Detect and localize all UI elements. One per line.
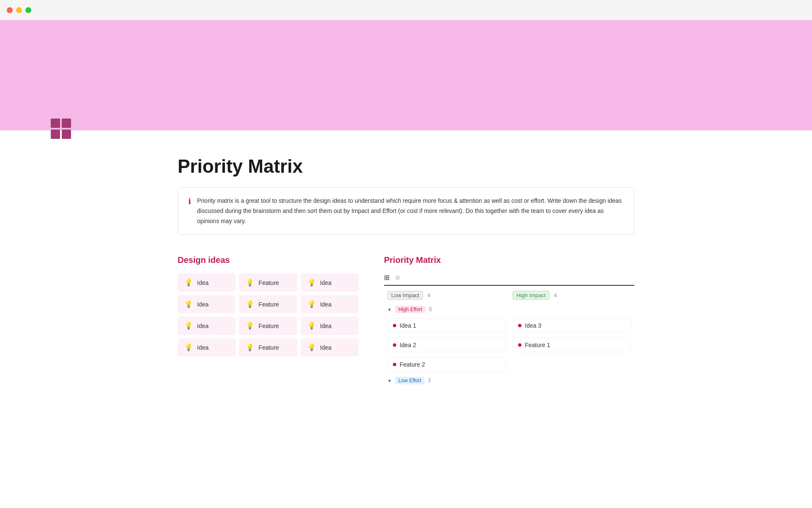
list-item[interactable]: 💡 Idea	[178, 273, 236, 292]
feature-label: Feature	[258, 344, 279, 351]
info-text: Priority matrix is a great tool to struc…	[197, 196, 624, 226]
list-item[interactable]: 💡 Feature	[239, 295, 297, 313]
idea-label: Idea	[197, 279, 208, 286]
idea-label: Idea	[197, 344, 208, 351]
low-effort-badge: Low Effort	[395, 377, 425, 384]
lightbulb-icon: 💡	[307, 322, 316, 330]
info-icon: ℹ	[188, 197, 191, 226]
list-item[interactable]: 💡 Feature	[239, 338, 297, 356]
lightbulb-icon: 💡	[184, 300, 193, 308]
lightbulb-icon: 💡	[307, 279, 316, 287]
page-icon	[51, 119, 71, 139]
list-item[interactable]: 💡 Idea	[301, 338, 359, 356]
feature2-item[interactable]: Feature 2	[387, 357, 506, 372]
item-dot-icon	[393, 363, 396, 366]
idea-label: Idea	[197, 323, 208, 329]
priority-matrix-tabs: ⊞ ☆	[384, 273, 634, 286]
low-effort-group-cell: ▼ Low Effort 3	[384, 374, 634, 387]
low-impact-column-header: Low Impact 4	[384, 286, 509, 303]
close-button[interactable]	[7, 7, 13, 13]
high-effort-badge: High Effort	[395, 306, 425, 313]
grid-view-icon[interactable]: ⊞	[384, 273, 390, 282]
feature-label: Feature	[258, 301, 279, 308]
feature1-label: Feature 1	[525, 342, 550, 348]
low-effort-toggle-arrow[interactable]: ▼	[387, 378, 392, 383]
list-item[interactable]: 💡 Idea	[178, 317, 236, 335]
feature2-label: Feature 2	[400, 361, 425, 368]
priority-matrix-section: Priority Matrix ⊞ ☆ Low Impact 4	[384, 255, 634, 387]
page-title: Priority Matrix	[178, 156, 634, 177]
table-header-row: Low Impact 4 High Impact 4	[384, 286, 634, 303]
idea-label: Idea	[320, 323, 332, 329]
main-content: Priority Matrix ℹ Priority matrix is a g…	[127, 130, 685, 421]
lightbulb-icon: 💡	[184, 322, 193, 330]
low-effort-count: 3	[428, 378, 431, 384]
empty-cell	[509, 355, 634, 374]
low-effort-group-header: ▼ Low Effort 3	[384, 374, 634, 387]
high-effort-toggle-arrow[interactable]: ▼	[387, 307, 392, 312]
lightbulb-icon: 💡	[307, 300, 316, 308]
feature-label: Feature	[258, 323, 279, 329]
high-impact-count: 4	[554, 292, 557, 298]
info-box: ℹ Priority matrix is a great tool to str…	[178, 187, 634, 235]
list-item[interactable]: 💡 Feature	[239, 273, 297, 292]
table-row: Idea 1 Idea 3	[384, 316, 634, 335]
lightbulb-icon: 💡	[246, 300, 254, 308]
low-impact-count: 4	[427, 292, 430, 298]
high-effort-group-header: ▼ High Effort 5	[384, 303, 634, 316]
high-effort-group-cell: ▼ High Effort 5	[384, 303, 634, 316]
idea-label: Idea	[197, 301, 208, 308]
feature1-cell: Feature 1	[509, 335, 634, 355]
hero-banner	[0, 20, 812, 130]
feature2-cell: Feature 2	[384, 355, 509, 374]
minimize-button[interactable]	[16, 7, 22, 13]
ideas-grid: 💡 Idea 💡 Feature 💡 Idea 💡 Idea 💡	[178, 273, 359, 356]
idea-label: Idea	[320, 344, 332, 351]
idea2-item[interactable]: Idea 2	[387, 338, 506, 352]
idea2-label: Idea 2	[400, 342, 416, 348]
icon-square-bl	[51, 130, 60, 139]
list-item[interactable]: 💡 Idea	[301, 317, 359, 335]
idea3-cell: Idea 3	[509, 316, 634, 335]
lightbulb-icon: 💡	[184, 279, 193, 287]
lightbulb-icon: 💡	[246, 322, 254, 330]
item-dot-icon	[518, 324, 521, 327]
idea-label: Idea	[320, 279, 332, 286]
star-icon[interactable]: ☆	[395, 273, 401, 282]
list-item[interactable]: 💡 Idea	[301, 273, 359, 292]
list-item[interactable]: 💡 Idea	[178, 295, 236, 313]
item-dot-icon	[393, 343, 396, 347]
lightbulb-icon: 💡	[246, 279, 254, 287]
priority-matrix-table-wrapper: Low Impact 4 High Impact 4	[384, 286, 634, 387]
high-impact-badge: High Impact	[513, 291, 549, 300]
list-item[interactable]: 💡 Idea	[301, 295, 359, 313]
idea3-label: Idea 3	[525, 322, 541, 329]
idea2-cell: Idea 2	[384, 335, 509, 355]
idea1-item[interactable]: Idea 1	[387, 318, 506, 333]
icon-square-br	[62, 130, 71, 139]
feature-label: Feature	[258, 279, 279, 286]
lightbulb-icon: 💡	[184, 343, 193, 351]
icon-square-tl	[51, 119, 60, 128]
item-dot-icon	[393, 324, 396, 327]
icon-square-tr	[62, 119, 71, 128]
list-item[interactable]: 💡 Feature	[239, 317, 297, 335]
idea-label: Idea	[320, 301, 332, 308]
priority-matrix-title: Priority Matrix	[384, 255, 634, 265]
maximize-button[interactable]	[25, 7, 31, 13]
two-column-layout: Design ideas 💡 Idea 💡 Feature 💡 Idea 💡 I…	[178, 255, 634, 387]
lightbulb-icon: 💡	[246, 343, 254, 351]
feature1-item[interactable]: Feature 1	[513, 338, 631, 352]
low-impact-badge: Low Impact	[387, 291, 423, 300]
priority-matrix-table: Low Impact 4 High Impact 4	[384, 286, 634, 387]
list-item[interactable]: 💡 Idea	[178, 338, 236, 356]
title-bar	[0, 0, 812, 20]
idea3-item[interactable]: Idea 3	[513, 318, 631, 333]
table-row: Feature 2	[384, 355, 634, 374]
high-impact-column-header: High Impact 4	[509, 286, 634, 303]
table-row: Idea 2 Feature 1	[384, 335, 634, 355]
design-ideas-title: Design ideas	[178, 255, 359, 265]
idea1-cell: Idea 1	[384, 316, 509, 335]
design-ideas-section: Design ideas 💡 Idea 💡 Feature 💡 Idea 💡 I…	[178, 255, 359, 387]
lightbulb-icon: 💡	[307, 343, 316, 351]
